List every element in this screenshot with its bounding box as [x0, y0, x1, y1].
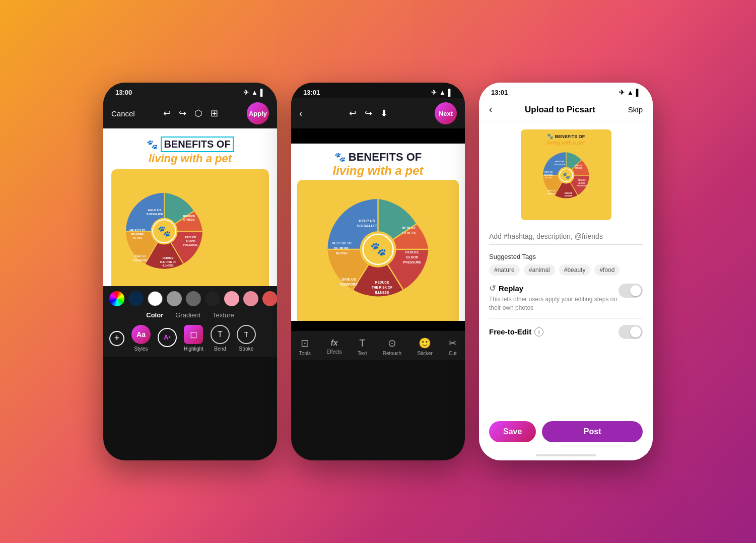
back-button-2[interactable]: ‹ — [299, 108, 302, 119]
color-swatches — [109, 291, 271, 306]
cut-icon: ✂ — [448, 337, 457, 349]
eraser-icon[interactable]: ⬡ — [194, 108, 202, 119]
back-button-3[interactable]: ‹ — [489, 104, 492, 115]
hashtag-input[interactable] — [489, 228, 643, 245]
tool-a-plus[interactable]: A+ — [158, 328, 177, 349]
nav-sticker[interactable]: 🙂 Sticker — [417, 337, 433, 356]
title-line1-area: 🐾 BENEFITS OF — [147, 137, 233, 152]
undo-icon[interactable]: ↩ — [163, 108, 171, 119]
svg-text:REDUCE: REDUCE — [163, 256, 174, 259]
svg-text:HELP US: HELP US — [359, 219, 375, 223]
red-swatch[interactable] — [262, 291, 277, 306]
next-button[interactable]: Next — [435, 102, 457, 124]
tool-stroke[interactable]: T⁻ Stroke — [237, 325, 256, 352]
nav-retouch[interactable]: ⊙ Retouch — [383, 337, 401, 356]
wifi-icon: ▲ — [251, 89, 258, 96]
phone1-bottom-toolbar: Color Gradient Texture + Aa Styles A+ ◻ … — [103, 286, 277, 357]
gray1-swatch[interactable] — [167, 291, 182, 306]
svg-text:🐾: 🐾 — [370, 241, 387, 257]
suggested-tags-label: Suggested Tags — [489, 253, 643, 260]
wifi-icon-2: ▲ — [439, 89, 446, 96]
text-icon: T — [359, 337, 365, 349]
nav-tools[interactable]: ⊡ Tools — [299, 337, 311, 356]
svg-text:HELP US: HELP US — [148, 208, 162, 212]
pink1-swatch[interactable] — [224, 291, 239, 306]
black-swatch[interactable] — [205, 291, 220, 306]
nav-cut[interactable]: ✂ Cut — [448, 337, 457, 356]
tool-bend[interactable]: T Bend — [211, 325, 230, 352]
save-button[interactable]: Save — [489, 421, 536, 442]
svg-text:COMFORT: COMFORT — [546, 193, 556, 195]
gray2-swatch[interactable] — [186, 291, 201, 306]
cancel-button[interactable]: Cancel — [111, 109, 135, 118]
tag-beauty[interactable]: #beauty — [559, 264, 591, 276]
home-bar — [536, 454, 596, 456]
redo-icon-2[interactable]: ↪ — [365, 108, 372, 119]
phone2-black-bottom — [291, 321, 465, 331]
title-sub-2: living with a pet — [297, 164, 459, 178]
svg-text:🐾: 🐾 — [562, 172, 570, 179]
svg-text:BE MORE: BE MORE — [544, 174, 553, 176]
phones-container: 13:00 ✈ ▲ ▌ Cancel ↩ ↪ ⬡ ⊞ Apply — [93, 73, 663, 470]
tag-animal[interactable]: #animal — [524, 264, 555, 276]
svg-text:REDUCE: REDUCE — [578, 179, 586, 181]
nav-retouch-label: Retouch — [383, 351, 401, 356]
action-buttons: Save Post — [479, 413, 653, 450]
bottom-nav-items: ⊡ Tools fx Effects T Text ⊙ Retouch 🙂 — [291, 337, 465, 356]
replay-toggle[interactable] — [618, 284, 643, 298]
sticker-icon: 🙂 — [419, 337, 431, 349]
nav-text[interactable]: T Text — [358, 337, 367, 356]
post-button[interactable]: Post — [542, 421, 643, 442]
free-edit-toggle[interactable] — [618, 325, 643, 339]
replay-row: ↺ Replay This lets other users apply you… — [489, 284, 643, 319]
white-swatch[interactable] — [148, 291, 163, 306]
svg-text:STRESS: STRESS — [402, 231, 416, 235]
tag-nature[interactable]: #nature — [489, 264, 520, 276]
nav-text-label: Text — [358, 351, 367, 356]
svg-text:SOCIALIZE: SOCIALIZE — [357, 224, 377, 228]
texture-tab[interactable]: Texture — [213, 311, 234, 319]
dark-blue-swatch[interactable] — [128, 291, 144, 306]
layers-icon[interactable]: ⊞ — [211, 108, 218, 119]
wifi-icon-3: ▲ — [627, 89, 634, 96]
apply-button[interactable]: Apply — [247, 102, 269, 124]
svg-text:ILLNESS: ILLNESS — [375, 291, 389, 294]
tag-food[interactable]: #food — [594, 264, 620, 276]
retouch-icon: ⊙ — [388, 337, 396, 349]
phone2-yellow-area: 🐾 HELP US SOCIALIZE REDUCE STRESS REDUCE… — [297, 180, 459, 321]
gradient-tab[interactable]: Gradient — [175, 311, 200, 319]
svg-text:BLOOD: BLOOD — [186, 240, 195, 243]
info-icon[interactable]: i — [534, 327, 543, 336]
phone1-toolbar: Cancel ↩ ↪ ⬡ ⊞ Apply — [103, 98, 277, 128]
svg-text:BE MORE: BE MORE — [334, 246, 350, 250]
redo-icon[interactable]: ↪ — [179, 108, 186, 119]
svg-text:REDUCE: REDUCE — [564, 192, 572, 194]
phone2-time: 13:01 — [303, 89, 320, 96]
undo-icon-2[interactable]: ↩ — [349, 108, 357, 119]
pink2-swatch[interactable] — [243, 291, 258, 306]
tool-highlight[interactable]: ◻ Highlight — [184, 325, 203, 352]
nav-effects[interactable]: fx Effects — [326, 338, 341, 355]
phone1-canvas: 🐾 BENEFITS OF living with a pet — [103, 128, 277, 286]
skip-button[interactable]: Skip — [628, 105, 643, 114]
phone1-status-icons: ✈ ▲ ▌ — [243, 89, 265, 96]
rainbow-swatch[interactable] — [109, 291, 124, 306]
nav-effects-label: Effects — [326, 349, 341, 355]
download-icon[interactable]: ⬇ — [380, 108, 388, 119]
svg-text:ACTIVE: ACTIVE — [132, 236, 143, 239]
svg-text:PRESSURE: PRESSURE — [577, 185, 587, 187]
title-line1[interactable]: BENEFITS OF — [161, 137, 233, 152]
svg-text:THE RISK OF: THE RISK OF — [160, 260, 176, 263]
title-line2: living with a pet — [147, 152, 233, 165]
svg-text:GIVE US: GIVE US — [341, 278, 356, 281]
yellow-canvas-area: 🐾 HELP US SOCIALIZE REDUCE STRESS REDUCE… — [111, 169, 269, 286]
svg-text:ILLNESS: ILLNESS — [564, 195, 572, 197]
svg-text:ILLNESS: ILLNESS — [163, 264, 174, 267]
phone3-content: 13:01 ✈ ▲ ▌ ‹ Upload to Picsart Skip — [479, 83, 653, 460]
bg-type-tabs: Color Gradient Texture — [109, 311, 271, 319]
color-tab[interactable]: Color — [146, 311, 163, 319]
tool-styles[interactable]: Aa Styles — [131, 325, 151, 352]
toolbar-icons-2: ↩ ↪ ⬇ — [349, 108, 388, 119]
paw-emoji-2: 🐾 — [334, 152, 346, 163]
add-button[interactable]: + — [109, 331, 124, 346]
